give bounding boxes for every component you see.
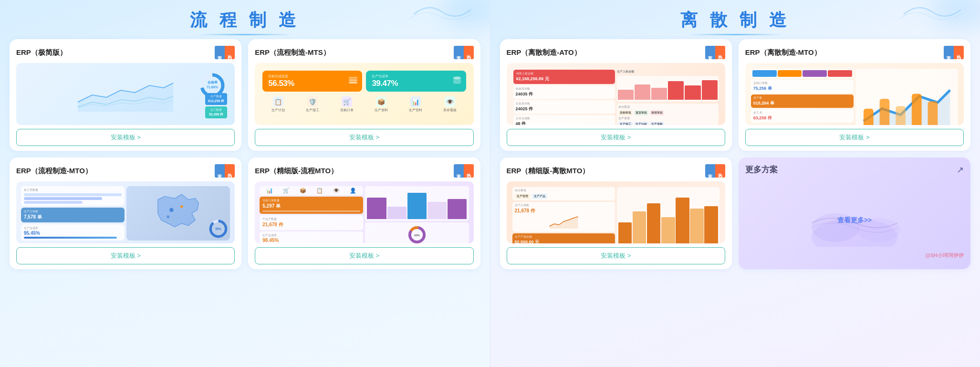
badge-official-jijian: 官方: [215, 46, 225, 59]
card-erp-jijian: ERP（极简版） 官方 热门: [10, 39, 241, 151]
stack-icon-orange: [348, 75, 358, 85]
svg-text:98%: 98%: [414, 234, 420, 237]
badge-hot-flow-mto: 热门: [225, 164, 235, 178]
install-btn-ato[interactable]: 安装模板 >: [507, 129, 725, 146]
card-title-fine-flow: ERP（精细版-流程MTO）: [255, 167, 338, 176]
icon-purchase-order: 🛒 采购订单: [340, 96, 354, 113]
icon-production-report: 🛡️ 生产报工: [306, 96, 319, 113]
install-btn-mts[interactable]: 安装模板 >: [255, 129, 473, 146]
fine-disc-amount: 82,500.00 元: [515, 239, 613, 243]
ato-stat2: 24025 件: [516, 106, 613, 112]
card-header-mto-disc: ERP（离散制造-MTO） 官方 热门: [745, 46, 964, 59]
mto-disc-chart: [857, 71, 956, 125]
badge-container-fine-flow: 官方 热门: [454, 164, 474, 178]
svg-text:合格率: 合格率: [207, 80, 218, 84]
svg-rect-20: [864, 109, 874, 125]
card-title-fine-disc: ERP（精细版-离散MTO）: [507, 167, 590, 176]
svg-text:71.68%: 71.68%: [207, 85, 219, 89]
badge-container-flow-mto: 官方 热门: [215, 164, 235, 178]
icon-production-plan: 📋 生产计划: [271, 96, 285, 113]
svg-rect-23: [912, 94, 922, 125]
mts-metric2-label: 生产完成率: [372, 74, 460, 79]
badge-container-mts: 官方 热门: [454, 46, 474, 59]
badge-official-ato: 官方: [705, 46, 715, 59]
badge-hot-fine-flow: 热门: [464, 164, 474, 178]
svg-rect-5: [349, 82, 357, 84]
mts-metric1-value: 56.53%: [268, 79, 356, 88]
badge-container-mto-disc: 官方 热门: [944, 46, 964, 59]
icon-production-manage: 📊 生产管料: [409, 96, 422, 113]
badge-container-jijian: 官方 热门: [215, 46, 235, 59]
section-title-right: 离 散 制 造: [500, 0, 971, 39]
card-more-solutions: 更多方案 ↗ 查看更多>> @S: [739, 157, 970, 269]
stat1-label-jijian: 生产数量: [208, 94, 224, 99]
preview-mts: 目标完成进度 56.53%: [255, 63, 473, 125]
section-title-left: 流 程 制 造: [10, 0, 480, 39]
badge-official-mts: 官方: [454, 46, 464, 59]
svg-rect-24: [928, 101, 938, 125]
card-title-ato: ERP（离散制造-ATO）: [507, 48, 581, 57]
card-header-jijian: ERP（极简版） 官方 热门: [16, 46, 235, 59]
right-cards-grid: ERP（离散制造-ATO） 官方 热门 销售入账金额 ¥2,168,256.89…: [500, 39, 971, 269]
card-erp-fine-flow: ERP（精细版-流程MTO） 官方 热门 📊 🛒: [248, 157, 480, 269]
svg-rect-22: [896, 106, 906, 125]
donut-small-flow: 95%: [208, 218, 229, 240]
badge-container-ato: 官方 热门: [705, 46, 725, 59]
badge-container-fine-disc: 官方 热门: [705, 164, 725, 178]
preview-fine-flow: 📊 🛒 📦 📋 👁️ 👤 当前订单数量 5,297 单: [255, 181, 473, 243]
stat1-value-jijian: 813,256 件: [208, 99, 224, 104]
preview-flow-mto: 各工序数量 生产订单数 7,578 单 生产达成率: [16, 181, 235, 243]
card-erp-mts: ERP（流程制造-MTS） 官方 热门 目标完成进度 56.53%: [248, 39, 480, 151]
card-erp-fine-disc: ERP（精细版-离散MTO） 官方 热门 待办事项 生产管理: [500, 157, 732, 269]
card-header-ato: ERP（离散制造-ATO） 官方 热门: [507, 46, 725, 59]
ato-stat3: 48 件: [516, 121, 613, 125]
more-solutions-link[interactable]: 查看更多>>: [837, 216, 872, 225]
svg-text:95%: 95%: [215, 227, 221, 231]
card-header-fine-flow: ERP（精细版-流程MTO） 官方 热门: [255, 164, 473, 178]
svg-point-11: [167, 215, 169, 218]
badge-official-mto-disc: 官方: [944, 46, 954, 59]
icon-inventory: 👁️ 库存看板: [443, 96, 457, 113]
stat2-label-jijian: 在工数量: [208, 108, 224, 112]
fine-flow-orders: 5,297 单: [262, 203, 360, 210]
preview-mto-disc: 定制订单数 75,256 单 库产量 015,264 单 在工 件 63,258…: [745, 63, 964, 125]
section-liucheng: 流 程 制 造 ERP（极简版） 官方 热门: [0, 0, 490, 367]
icon-production-material: 📦 生产资料: [375, 96, 388, 113]
badge-official-flow-mto: 官方: [215, 164, 225, 178]
badge-hot-mto-disc: 热门: [954, 46, 964, 59]
badge-hot-mts: 热门: [464, 46, 474, 59]
flow-mto-stat-row1: 各工序数量: [24, 188, 122, 192]
install-btn-flow-mto[interactable]: 安装模板 >: [16, 247, 235, 264]
badge-hot-jijian: 热门: [225, 46, 235, 59]
area-chart-fine-disc: [515, 214, 613, 229]
preview-ato: 销售入账金额 ¥2,168,256.89 元 制单库存数 24035 件 证批准…: [507, 63, 725, 125]
fine-disc-orders: 21,678 件: [515, 208, 613, 214]
install-btn-fine-flow[interactable]: 安装模板 >: [255, 247, 473, 264]
section-lisanjuan: 离 散 制 造 ERP（离散制造-ATO） 官方 热门: [490, 0, 980, 367]
stat2-value-jijian: 52,458 件: [208, 112, 224, 117]
badge-official-fine-disc: 官方: [705, 164, 715, 178]
preview-jijian: 合格率 71.68% 生产数量 813,256 件 在工数量: [16, 63, 235, 125]
card-erp-mto-disc: ERP（离散制造-MTO） 官方 热门: [739, 39, 970, 151]
badge-official-fine-flow: 官方: [454, 164, 464, 178]
card-erp-flow-mto: ERP（流程制造-MTO） 官方 热门 各工序数量: [10, 157, 241, 269]
more-solutions-title: 更多方案: [745, 164, 778, 175]
ato-income: ¥2,168,256.89 元: [516, 76, 612, 82]
more-solutions-icon[interactable]: ↗: [957, 165, 964, 175]
page-wrapper: 流 程 制 造 ERP（极简版） 官方 热门: [0, 0, 980, 367]
fine-flow-qty: 21,678 件: [262, 221, 360, 228]
install-btn-fine-disc[interactable]: 安装模板 >: [507, 247, 725, 264]
svg-rect-7: [349, 77, 357, 79]
install-btn-mto-disc[interactable]: 安装模板 >: [745, 129, 964, 146]
fine-flow-rate: 98.45%: [262, 238, 360, 243]
card-title-mto-disc: ERP（离散制造-MTO）: [745, 48, 821, 57]
install-btn-jijian[interactable]: 安装模板 >: [16, 129, 235, 146]
svg-point-9: [169, 208, 174, 212]
left-cards-grid: ERP（极简版） 官方 热门: [10, 39, 480, 269]
card-header-flow-mto: ERP（流程制造-MTO） 官方 热门: [16, 164, 235, 178]
svg-rect-6: [349, 79, 357, 81]
mts-metric2-value: 39.47%: [372, 79, 460, 88]
svg-marker-25: [549, 217, 578, 229]
card-title-flow-mto: ERP（流程制造-MTO）: [16, 167, 92, 176]
watermark: @SH小珂珂伊伊: [925, 252, 964, 258]
